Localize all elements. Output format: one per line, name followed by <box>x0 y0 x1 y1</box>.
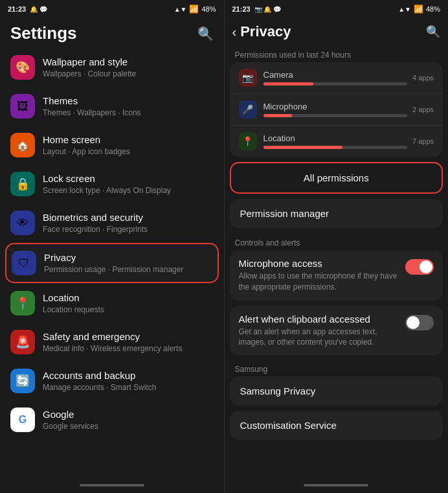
themes-title: Themes <box>43 95 214 107</box>
settings-item-themes[interactable]: 🖼 Themes Themes · Wallpapers · Icons <box>5 87 219 125</box>
privacy-panel: 21:23 📷 🔔 💬 ▲▼ 📶 48% ‹ Privacy 🔍 Permiss… <box>225 0 449 493</box>
settings-item-accounts[interactable]: 🔄 Accounts and backup Manage accounts · … <box>5 362 219 400</box>
location-subtitle: Location requests <box>43 305 214 314</box>
time-left: 21:23 <box>8 5 26 13</box>
privacy-subtitle: Permission usage · Permission manager <box>44 265 212 274</box>
permission-manager-title: Permission manager <box>240 208 433 219</box>
accounts-subtitle: Manage accounts · Smart Switch <box>43 383 214 392</box>
perm-item-microphone[interactable]: 🎤 Microphone 2 apps <box>230 94 443 126</box>
settings-item-privacy[interactable]: 🛡 Privacy Permission usage · Permission … <box>5 243 219 283</box>
status-bar-right: 21:23 📷 🔔 💬 ▲▼ 📶 48% <box>225 0 449 18</box>
mic-access-subtitle: Allow apps to use the microphone if they… <box>239 271 401 293</box>
wifi-left: 📶 <box>189 5 199 14</box>
google-title: Google <box>43 409 214 420</box>
settings-search-icon[interactable]: 🔍 <box>197 26 214 41</box>
settings-header: Settings 🔍 <box>0 18 224 49</box>
settings-list: 🎨 Wallpaper and style Wallpapers · Colou… <box>0 49 224 480</box>
home-icon: 🏠 <box>10 133 35 157</box>
all-permissions-label: All permissions <box>304 172 369 183</box>
loc-perm-icon: 📍 <box>239 132 257 150</box>
clipboard-title: Alert when clipboard accessed <box>239 314 401 325</box>
mic-perm-icon: 🎤 <box>239 100 257 119</box>
permissions-card: 📷 Camera 4 apps 🎤 Microphone <box>230 62 443 157</box>
clipboard-subtitle: Get an alert when an app accesses text, … <box>239 327 401 349</box>
notif-icons-right: 📷 🔔 💬 <box>254 6 282 13</box>
perm-item-camera[interactable]: 📷 Camera 4 apps <box>230 62 443 94</box>
home-title: Home screen <box>43 134 214 146</box>
signal-left: ▲▼ <box>174 6 187 13</box>
nav-bar-right <box>225 480 449 493</box>
settings-item-safety[interactable]: 🚨 Safety and emergency Medical info · Wi… <box>5 323 219 361</box>
permissions-section-label: Permissions used in last 24 hours <box>230 45 443 62</box>
samsung-privacy-row[interactable]: Samsung Privacy <box>230 376 443 406</box>
privacy-content: Permissions used in last 24 hours 📷 Came… <box>225 45 449 480</box>
home-subtitle: Layout · App icon badges <box>43 147 214 156</box>
privacy-icon: 🛡 <box>12 251 36 275</box>
settings-item-location[interactable]: 📍 Location Location requests <box>5 284 219 322</box>
biometrics-subtitle: Face recognition · Fingerprints <box>43 225 214 234</box>
mic-access-toggle[interactable] <box>405 259 434 275</box>
biometrics-title: Biometrics and security <box>43 212 214 224</box>
camera-bar-bg <box>263 82 407 86</box>
privacy-search-icon[interactable]: 🔍 <box>426 25 440 39</box>
wifi-right: 📶 <box>414 5 423 14</box>
settings-title: Settings <box>10 23 77 43</box>
lock-icon: 🔒 <box>10 172 35 196</box>
mic-perm-name: Microphone <box>263 102 407 111</box>
wallpaper-icon: 🎨 <box>10 55 35 80</box>
accounts-title: Accounts and backup <box>43 370 214 382</box>
nav-indicator-left <box>80 484 144 487</box>
accounts-icon: 🔄 <box>10 369 35 393</box>
google-subtitle: Google services <box>43 422 214 431</box>
customisation-row[interactable]: Customisation Service <box>230 411 443 440</box>
samsung-privacy-title: Samsung Privacy <box>240 385 433 396</box>
nav-indicator-right <box>304 484 368 487</box>
clipboard-knob <box>407 316 420 329</box>
mic-access-card: Microphone access Allow apps to use the … <box>230 250 443 301</box>
lock-title: Lock screen <box>43 173 214 185</box>
camera-perm-icon: 📷 <box>239 69 257 87</box>
loc-bar-fill <box>263 146 342 149</box>
back-icon[interactable]: ‹ <box>232 25 237 40</box>
clipboard-card: Alert when clipboard accessed Get an ale… <box>230 306 443 356</box>
safety-icon: 🚨 <box>10 330 35 354</box>
loc-count: 7 apps <box>412 137 434 145</box>
permission-manager-row[interactable]: Permission manager <box>230 199 443 228</box>
battery-right: 48% <box>426 5 440 13</box>
settings-panel: 21:23 🔔 💬 ▲▼ 📶 48% Settings 🔍 🎨 Wallpape… <box>0 0 224 493</box>
settings-item-wallpaper[interactable]: 🎨 Wallpaper and style Wallpapers · Colou… <box>5 49 219 86</box>
privacy-header: ‹ Privacy 🔍 <box>225 18 449 45</box>
wallpaper-title: Wallpaper and style <box>43 56 214 68</box>
google-icon: G <box>10 407 35 432</box>
privacy-page-title: Privacy <box>240 23 291 40</box>
settings-item-biometrics[interactable]: 👁 Biometrics and security Face recogniti… <box>5 204 219 242</box>
clipboard-toggle[interactable] <box>405 315 434 330</box>
status-bar-left: 21:23 🔔 💬 ▲▼ 📶 48% <box>0 0 224 18</box>
settings-item-google[interactable]: G Google Google services <box>5 401 219 439</box>
themes-icon: 🖼 <box>10 94 35 119</box>
settings-item-lock[interactable]: 🔒 Lock screen Screen lock type · Always … <box>5 165 219 203</box>
mic-bar-bg <box>263 114 407 117</box>
lock-subtitle: Screen lock type · Always On Display <box>43 186 214 195</box>
loc-perm-name: Location <box>263 133 407 143</box>
mic-bar-fill <box>263 114 292 117</box>
all-permissions-button[interactable]: All permissions <box>230 162 443 194</box>
mic-access-knob <box>420 260 432 273</box>
controls-section-label: Controls and alerts <box>230 233 443 250</box>
time-right: 21:23 <box>232 5 251 13</box>
perm-item-location[interactable]: 📍 Location 7 apps <box>230 126 443 157</box>
camera-bar-fill <box>263 82 314 86</box>
location-title: Location <box>43 292 214 304</box>
safety-title: Safety and emergency <box>43 331 214 343</box>
wallpaper-subtitle: Wallpapers · Colour palette <box>43 69 214 78</box>
signal-right: ▲▼ <box>398 6 411 13</box>
settings-item-home[interactable]: 🏠 Home screen Layout · App icon badges <box>5 126 219 164</box>
privacy-title: Privacy <box>44 252 212 264</box>
notif-icons-left: 🔔 💬 <box>30 6 47 13</box>
themes-subtitle: Themes · Wallpapers · Icons <box>43 108 214 117</box>
location-icon: 📍 <box>10 291 35 315</box>
mic-count: 2 apps <box>412 106 434 113</box>
customisation-title: Customisation Service <box>240 420 433 431</box>
mic-access-title: Microphone access <box>239 258 401 269</box>
camera-perm-name: Camera <box>263 70 407 80</box>
